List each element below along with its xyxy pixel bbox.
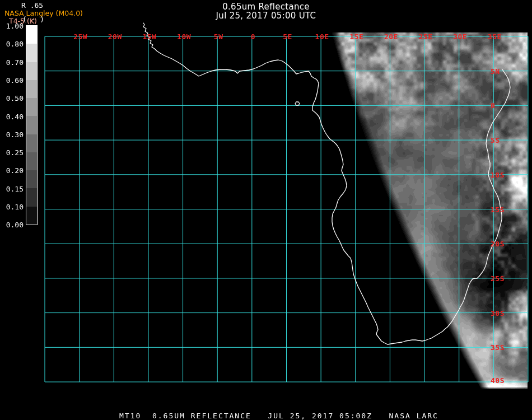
colorbar-tick-0.20: 0.20 bbox=[0, 166, 24, 175]
lon-label-15E: 15E bbox=[349, 32, 363, 41]
lon-label-10W: 10W bbox=[177, 32, 191, 41]
colorbar-step bbox=[26, 62, 37, 80]
lat-label-15S: 15S bbox=[491, 205, 505, 213]
colorbar-tick-0.80: 0.80 bbox=[0, 40, 24, 48]
colorbar-tick-0.10: 0.10 bbox=[0, 203, 24, 211]
colorbar-step bbox=[26, 26, 37, 44]
colorbar-tick-0.60: 0.60 bbox=[0, 76, 24, 84]
satellite-product-viewer: 25W20W15W10W5W05E10E15E20E25E30E35E5N05S… bbox=[0, 0, 532, 420]
lon-label-0: 0 bbox=[251, 32, 255, 41]
lat-label-35S: 35S bbox=[491, 343, 505, 352]
colorbar-step bbox=[26, 116, 37, 134]
lon-label-35E: 35E bbox=[488, 32, 502, 41]
colorbar-tick-0.00: 0.00 bbox=[0, 221, 24, 229]
colorbar-step bbox=[26, 170, 37, 188]
lat-label-0: 0 bbox=[491, 101, 495, 110]
colorbar-step bbox=[26, 98, 37, 116]
coastline-africa bbox=[295, 102, 300, 105]
colorbar-step bbox=[26, 188, 37, 206]
lon-label-25W: 25W bbox=[73, 32, 87, 41]
lon-label-25E: 25E bbox=[419, 32, 433, 41]
colorbar-step bbox=[26, 134, 37, 152]
lat-label-5N: 5N bbox=[491, 67, 500, 75]
colorbar-tick-0.40: 0.40 bbox=[0, 112, 24, 120]
lon-label-15W: 15W bbox=[142, 32, 156, 41]
lat-label-30S: 30S bbox=[491, 309, 505, 317]
lon-label-10E: 10E bbox=[315, 32, 329, 41]
lat-label-40S: 40S bbox=[491, 376, 505, 385]
colorbar bbox=[26, 25, 38, 225]
product-code-label: R .65 bbox=[21, 1, 43, 10]
lat-label-10S: 10S bbox=[491, 170, 505, 179]
colorbar-step bbox=[26, 44, 37, 62]
lat-label-25S: 25S bbox=[491, 274, 505, 282]
colorbar-tick-0.25: 0.25 bbox=[0, 148, 24, 157]
lat-label-20S: 20S bbox=[491, 240, 505, 248]
colorbar-step bbox=[26, 207, 37, 225]
colorbar-step bbox=[26, 152, 37, 170]
footer-caption: MT10 0.65UM REFLECTANCE JUL 25, 2017 05:… bbox=[119, 412, 438, 420]
colorbar-tick-0.70: 0.70 bbox=[0, 58, 24, 66]
colorbar-tick-1.00: 1.00 bbox=[0, 22, 24, 30]
map-overlay bbox=[0, 0, 532, 420]
colorbar-tick-0.15: 0.15 bbox=[0, 184, 24, 193]
lon-label-5E: 5E bbox=[283, 32, 292, 41]
lon-label-20W: 20W bbox=[108, 32, 122, 41]
colorbar-tick-0.30: 0.30 bbox=[0, 130, 24, 138]
lat-label-5S: 5S bbox=[491, 136, 500, 144]
colorbar-tick-0.50: 0.50 bbox=[0, 94, 24, 102]
colorbar-step bbox=[26, 80, 37, 98]
lon-label-30E: 30E bbox=[453, 32, 467, 41]
lon-label-5W: 5W bbox=[214, 32, 223, 41]
lon-label-20E: 20E bbox=[384, 32, 398, 41]
